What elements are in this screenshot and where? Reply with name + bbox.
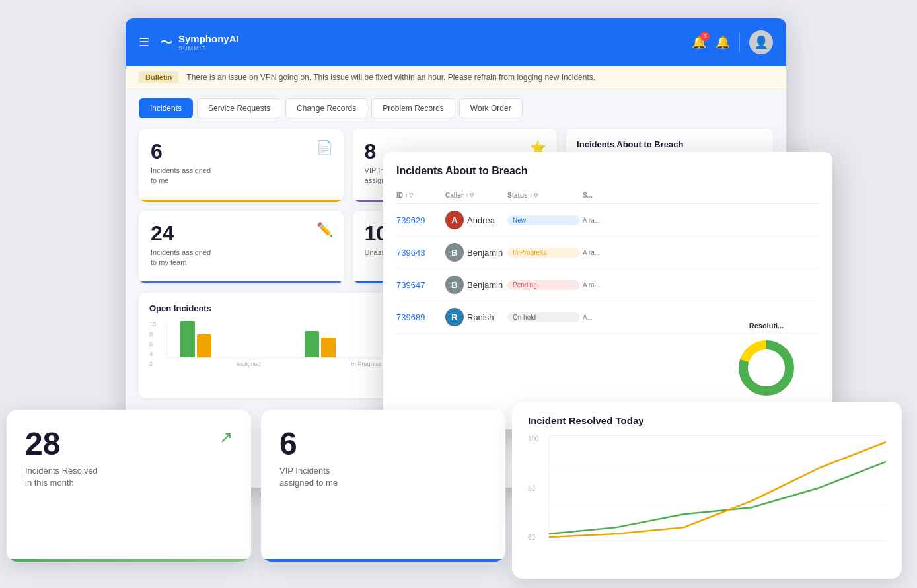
- bottom-card-chart: Incident Resolved Today 100 80 60: [512, 402, 902, 579]
- tab-incidents[interactable]: Incidents: [139, 98, 193, 118]
- ov-caller-name-benjamin-1: Benjamin: [467, 248, 503, 258]
- bulletin-message: There is an issue on VPN going on. This …: [186, 73, 595, 82]
- hamburger-menu[interactable]: ☰: [139, 35, 149, 50]
- tab-problem-records[interactable]: Problem Records: [371, 98, 455, 118]
- stat-card-assigned-team[interactable]: 24 Incidents assignedto my team ✏️: [139, 211, 344, 283]
- ov-caller-benjamin-1: B Benjamin: [445, 243, 505, 262]
- overlay-row-2: 739643 B Benjamin In Progress A ra...: [396, 237, 819, 269]
- ov-symptom-4: A...: [583, 314, 819, 321]
- assigned-me-label: Incidents assignedto me: [151, 166, 332, 186]
- ov-status-inprogress: In Progress: [507, 248, 580, 258]
- logo-wave-icon: 〜: [160, 34, 173, 52]
- y-2: 2: [149, 361, 156, 367]
- ov-caller-benjamin-2: B Benjamin: [445, 276, 505, 294]
- ov-id-739689[interactable]: 739689: [396, 312, 443, 322]
- overlay-table-header: ID ↕ ▽ Caller ↕ ▽ Status ↕ ▽ S...: [396, 188, 819, 204]
- ov-id-739629[interactable]: 739629: [396, 215, 443, 225]
- brand-sub: SUMMIT: [178, 45, 239, 52]
- y-60: 60: [528, 534, 539, 541]
- resolved-label: Incidents Resolvedin this month: [25, 465, 233, 489]
- vip-label: VIP Incidentsassigned to me: [279, 465, 487, 489]
- bar-inprogress-orange: [321, 338, 336, 357]
- ov-avatar-benjamin-2: B: [445, 276, 464, 294]
- y-6: 6: [149, 341, 156, 348]
- resolved-today-title: Incident Resolved Today: [528, 415, 886, 426]
- bar-group-assigned: [180, 321, 285, 357]
- overlay-row-1: 739629 A Andrea New A ra...: [396, 204, 819, 237]
- alerts-button[interactable]: 🔔: [715, 35, 730, 50]
- ov-symptom-2: A ra...: [583, 249, 819, 256]
- tab-work-order[interactable]: Work Order: [459, 98, 523, 118]
- y-10: 10: [149, 321, 156, 328]
- bar-assigned-orange: [197, 334, 211, 357]
- ov-th-caller: Caller ↕ ▽: [445, 192, 505, 199]
- brand-block: SymphonyAI SUMMIT: [178, 33, 239, 52]
- header: ☰ 〜 SymphonyAI SUMMIT 🔔 3 🔔 👤: [126, 18, 786, 66]
- ov-status-new: New: [507, 215, 580, 225]
- assigned-team-number: 24: [151, 223, 332, 244]
- stat-card-assigned-me[interactable]: 6 Incidents assignedto me 📄: [139, 129, 344, 202]
- resolved-chart-content: 100 80 60: [528, 435, 886, 541]
- resolution-donut-svg: [733, 335, 799, 401]
- line-chart-svg: [549, 435, 886, 540]
- y-8: 8: [149, 331, 156, 338]
- assigned-me-number: 6: [151, 141, 332, 162]
- header-actions: 🔔 3 🔔 👤: [692, 30, 773, 54]
- ov-status-pending: Pending: [507, 280, 580, 290]
- document-icon: 📄: [316, 139, 333, 155]
- bottom-card-resolved: 28 Incidents Resolvedin this month ↗: [7, 410, 251, 562]
- alert-bell-icon: 🔔: [715, 36, 730, 49]
- overlay-row-3: 739647 B Benjamin Pending A ra...: [396, 269, 819, 301]
- ov-th-status: Status ↕ ▽: [507, 192, 580, 199]
- ov-id-739647[interactable]: 739647: [396, 280, 443, 290]
- ov-status-onhold: On hold: [507, 312, 580, 322]
- ov-avatar-benjamin-1: B: [445, 243, 464, 262]
- grid-line-60: [549, 505, 886, 505]
- bar-inprogress-green: [305, 331, 319, 357]
- y-80: 80: [528, 485, 539, 492]
- notifications-button[interactable]: 🔔 3: [692, 35, 706, 50]
- bottom-card-vip: 6 VIP Incidentsassigned to me: [261, 410, 505, 562]
- ov-symptom-3: A ra...: [583, 281, 819, 289]
- ov-avatar-ranish: R: [445, 308, 464, 326]
- notification-badge: 3: [700, 32, 710, 41]
- bar-assigned-green: [180, 321, 195, 357]
- y-axis: 10 8 6 4 2: [149, 321, 161, 367]
- trend-up-icon: ↗: [219, 428, 233, 447]
- brand-name: SymphonyAI: [178, 33, 239, 44]
- resolution-sla-title: Resoluti...: [714, 322, 819, 330]
- user-avatar[interactable]: 👤: [749, 30, 773, 54]
- x-assigned: Assigned: [200, 361, 297, 367]
- vip-number: 6: [279, 428, 487, 460]
- logo-area: 〜 SymphonyAI SUMMIT: [160, 33, 681, 52]
- edit-icon: ✏️: [316, 221, 333, 237]
- assigned-team-label: Incidents assignedto my team: [151, 248, 332, 268]
- resolved-number: 28: [25, 428, 233, 460]
- line-chart-area: [548, 435, 886, 541]
- overlay-title: Incidents About to Breach: [396, 165, 819, 177]
- bulletin-label: Bulletin: [139, 71, 178, 83]
- ov-th-symptom: S...: [583, 192, 819, 199]
- breach-title: Incidents About to Breach: [577, 139, 762, 149]
- bulletin-bar: Bulletin There is an issue on VPN going …: [126, 66, 786, 89]
- y-4: 4: [149, 351, 156, 357]
- ov-caller-name-andrea: Andrea: [467, 215, 495, 225]
- tab-change-records[interactable]: Change Records: [285, 98, 367, 118]
- header-divider: [739, 32, 740, 52]
- scene: ☰ 〜 SymphonyAI SUMMIT 🔔 3 🔔 👤: [0, 0, 917, 588]
- resolved-y-axis: 100 80 60: [528, 435, 543, 541]
- ov-caller-name-benjamin-2: Benjamin: [467, 280, 503, 290]
- grid-line-100: [549, 435, 886, 436]
- tabs-bar: Incidents Service Requests Change Record…: [126, 89, 786, 118]
- ov-caller-name-ranish: Ranish: [467, 312, 494, 322]
- tab-service-requests[interactable]: Service Requests: [197, 98, 281, 118]
- grid-line-80: [549, 470, 886, 470]
- ov-id-739643[interactable]: 739643: [396, 248, 443, 258]
- ov-symptom-1: A ra...: [583, 217, 819, 224]
- ov-th-id: ID ↕ ▽: [396, 192, 443, 199]
- ov-avatar-andrea: A: [445, 211, 464, 229]
- ov-caller-ranish: R Ranish: [445, 308, 505, 326]
- y-100: 100: [528, 435, 539, 443]
- ov-caller-andrea: A Andrea: [445, 211, 505, 229]
- overlay-window: Incidents About to Breach ID ↕ ▽ Caller …: [383, 152, 832, 429]
